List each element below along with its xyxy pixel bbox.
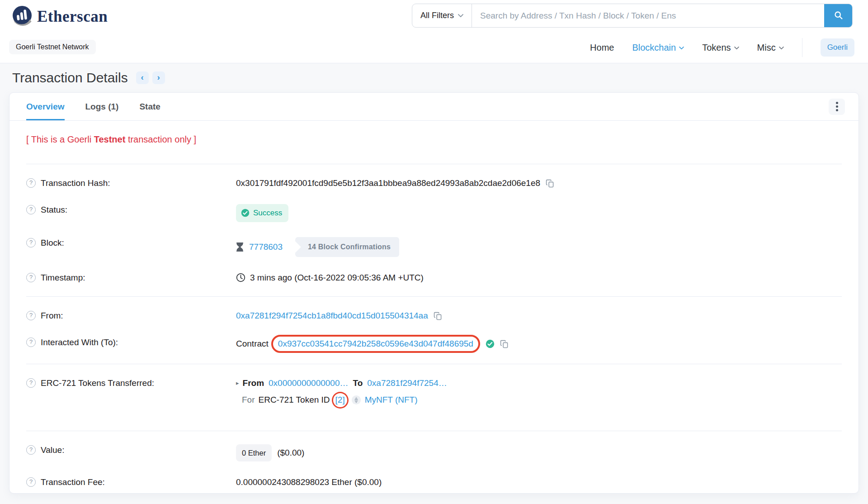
help-icon[interactable]: ? xyxy=(26,338,36,347)
section-hash-block: ? Transaction Hash: 0x301791fdf492001fcd… xyxy=(26,164,842,296)
erc721-to-link[interactable]: 0xa7281f294f7254… xyxy=(367,377,447,389)
to-label: To xyxy=(353,377,363,389)
transaction-fee-value: 0.000000243088298023 Ether ($0.00) xyxy=(236,476,382,488)
network-selector-button[interactable]: Goerli xyxy=(821,38,854,57)
page-content: Transaction Details ‹ › Overview Logs (1… xyxy=(0,63,868,494)
previous-transaction-button[interactable]: ‹ xyxy=(136,71,149,84)
erc721-from-link[interactable]: 0x0000000000000… xyxy=(269,377,348,389)
more-options-button[interactable] xyxy=(829,99,845,115)
search-input[interactable] xyxy=(472,4,824,27)
from-address-link[interactable]: 0xa7281f294f7254cb1a8fbd40cd15d015504314… xyxy=(236,310,428,322)
brand-name: Etherscan xyxy=(37,8,108,26)
tab-bar: Overview Logs (1) State xyxy=(9,93,859,121)
help-icon[interactable]: ? xyxy=(26,477,36,487)
row-erc721-transferred: ? ERC-721 Tokens Transferred: ▸ From 0x0… xyxy=(26,370,842,414)
token-icon xyxy=(351,395,361,405)
row-label-text: Timestamp: xyxy=(41,272,85,284)
row-interacted-with: ? Interacted With (To): Contract 0x937cc… xyxy=(26,329,842,358)
tab-logs[interactable]: Logs (1) xyxy=(85,93,119,120)
etherscan-logo[interactable]: Etherscan xyxy=(12,5,108,28)
copy-icon[interactable] xyxy=(434,312,442,320)
kebab-icon xyxy=(836,102,838,104)
help-icon[interactable]: ? xyxy=(26,178,36,188)
chevron-down-icon xyxy=(458,14,463,18)
nav-home[interactable]: Home xyxy=(590,43,614,53)
collapse-marker-icon[interactable]: ▸ xyxy=(236,377,239,389)
help-icon[interactable]: ? xyxy=(26,273,36,282)
search-filter-dropdown[interactable]: All Filters xyxy=(412,4,472,27)
row-label-text: ERC-721 Tokens Transferred: xyxy=(41,377,154,389)
page-title: Transaction Details xyxy=(12,70,128,86)
row-label-text: From: xyxy=(41,310,63,322)
usd-value: ($0.00) xyxy=(277,447,304,459)
chevron-down-icon xyxy=(734,47,739,50)
verified-contract-icon xyxy=(486,339,495,348)
network-badge: Goerli Testnet Network xyxy=(9,40,96,54)
token-id-label: ERC-721 Token ID xyxy=(259,394,330,406)
status-badge: Success xyxy=(236,204,288,222)
token-id-link[interactable]: [2] xyxy=(335,395,345,404)
clock-icon xyxy=(236,273,245,282)
row-label-text: Transaction Hash: xyxy=(41,177,110,189)
etherscan-logo-icon xyxy=(12,5,33,28)
row-block: ? Block: 7778603 14 Block Confirmations xyxy=(26,229,842,264)
for-label: For xyxy=(242,394,255,406)
transaction-hash-value: 0x301791fdf492001fcd9d5e5b12f3aa1bbbea9a… xyxy=(236,177,540,189)
site-header: Etherscan Goerli Testnet Network All Fil… xyxy=(0,0,868,63)
search-bar: All Filters xyxy=(412,4,853,28)
help-icon[interactable]: ? xyxy=(26,311,36,320)
help-icon[interactable]: ? xyxy=(26,238,36,247)
contract-address-link[interactable]: 0x937cc03541cc7942b258c0596e43d047df4869… xyxy=(278,339,473,348)
row-label-text: Status: xyxy=(41,204,67,216)
timestamp-value: 3 mins ago (Oct-16-2022 09:05:36 AM +UTC… xyxy=(250,272,424,284)
section-erc721: ? ERC-721 Tokens Transferred: ▸ From 0x0… xyxy=(26,364,842,431)
transaction-card: Overview Logs (1) State [ This is a Goer… xyxy=(9,92,859,494)
nav-divider xyxy=(802,38,802,57)
row-label-text: Interacted With (To): xyxy=(41,337,118,348)
search-icon xyxy=(834,10,843,21)
row-label-text: Value: xyxy=(41,444,64,456)
from-label: From xyxy=(243,377,264,389)
block-confirmations-badge: 14 Block Confirmations xyxy=(295,237,399,257)
row-label-text: Block: xyxy=(41,237,64,249)
row-status: ? Status: Success xyxy=(26,196,842,229)
section-value-fee: ? Value: 0 Ether ($0.00) ? Transaction F… xyxy=(26,431,842,494)
overview-panel: [ This is a Goerli Testnet transaction o… xyxy=(9,121,859,494)
ether-value-badge: 0 Ether xyxy=(236,444,272,461)
copy-icon[interactable] xyxy=(500,340,509,348)
page-head: Transaction Details ‹ › xyxy=(9,63,859,92)
search-button[interactable] xyxy=(824,4,852,27)
next-transaction-button[interactable]: › xyxy=(152,71,165,84)
chevron-left-icon: ‹ xyxy=(141,72,144,82)
main-nav: Home Blockchain Tokens Misc Goerli xyxy=(590,38,854,57)
row-transaction-fee: ? Transaction Fee: 0.000000243088298023 … xyxy=(26,469,842,494)
row-label-text: Transaction Fee: xyxy=(41,476,105,488)
nav-blockchain[interactable]: Blockchain xyxy=(632,43,684,53)
chevron-down-icon xyxy=(679,47,684,50)
annotation-red-oval: 0x937cc03541cc7942b258c0596e43d047df4869… xyxy=(271,335,480,353)
help-icon[interactable]: ? xyxy=(26,445,36,455)
row-from: ? From: 0xa7281f294f7254cb1a8fbd40cd15d0… xyxy=(26,302,842,329)
chevron-right-icon: › xyxy=(157,72,160,82)
contract-prefix: Contract xyxy=(236,338,269,350)
search-filter-label: All Filters xyxy=(420,11,454,20)
check-circle-icon xyxy=(241,209,250,217)
help-icon[interactable]: ? xyxy=(26,378,36,388)
help-icon[interactable]: ? xyxy=(26,205,36,214)
nav-misc[interactable]: Misc xyxy=(757,43,784,53)
tab-state[interactable]: State xyxy=(139,93,160,120)
nav-tokens[interactable]: Tokens xyxy=(702,43,739,53)
row-transaction-hash: ? Transaction Hash: 0x301791fdf492001fcd… xyxy=(26,170,842,196)
status-text: Success xyxy=(253,207,282,219)
testnet-notice: [ This is a Goerli Testnet transaction o… xyxy=(26,121,842,164)
token-name-link[interactable]: MyNFT (NFT) xyxy=(365,394,418,406)
row-timestamp: ? Timestamp: 3 mins ago (Oct-16-2022 09:… xyxy=(26,264,842,291)
erc721-transfer-line: ▸ From 0x0000000000000… To 0xa7281f294f7… xyxy=(236,377,447,389)
chevron-down-icon xyxy=(779,47,784,50)
hourglass-icon xyxy=(236,242,244,252)
erc721-token-line: For ERC-721 Token ID [2] MyNFT (NFT) xyxy=(236,393,447,407)
annotation-red-circle: [2] xyxy=(332,392,349,409)
copy-icon[interactable] xyxy=(546,179,554,188)
block-number-link[interactable]: 7778603 xyxy=(249,241,283,253)
tab-overview[interactable]: Overview xyxy=(26,93,65,120)
